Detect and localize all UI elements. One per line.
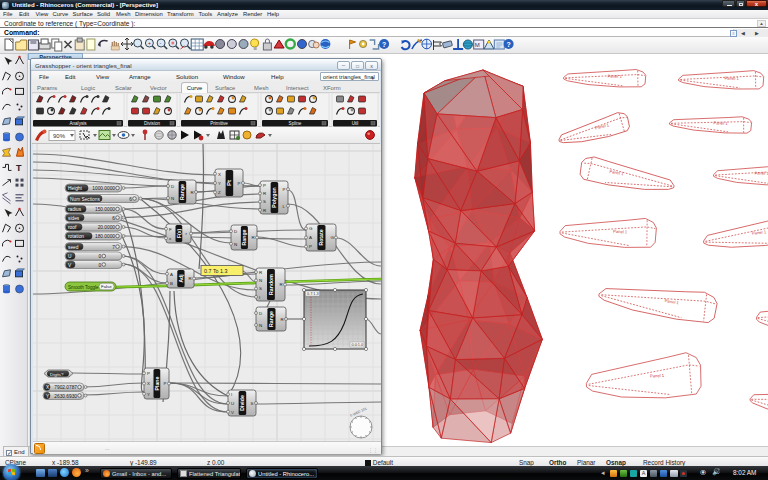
svg-text:A: A — [309, 235, 312, 240]
svg-text:Panel 1: Panel 1 — [713, 120, 728, 126]
svg-text:M: M — [475, 42, 480, 48]
svg-text:Division: Division — [144, 121, 161, 126]
svg-text:U: U — [231, 401, 234, 406]
svg-text:G: G — [331, 235, 335, 240]
svg-text:X: X — [147, 381, 150, 386]
svg-text:Rotate: Rotate — [318, 229, 324, 245]
svg-text:Range: Range — [268, 311, 274, 327]
svg-text:F(x): F(x) — [176, 229, 182, 239]
svg-text:Adj: Adj — [178, 274, 184, 283]
svg-text:False: False — [101, 284, 112, 289]
svg-text:Panel 1: Panel 1 — [752, 229, 767, 236]
svg-text:90%: 90% — [53, 133, 66, 139]
svg-text:Panel 1: Panel 1 — [724, 76, 739, 82]
svg-text:Smooth Toggle: Smooth Toggle — [68, 285, 99, 290]
svg-text:6: 6 — [112, 216, 115, 221]
svg-text:Spline: Spline — [289, 121, 302, 126]
svg-text:D: D — [234, 229, 237, 234]
svg-text:?: ? — [507, 41, 511, 48]
svg-text:P: P — [147, 371, 150, 376]
svg-text:S: S — [259, 286, 262, 291]
svg-text:2630.6930: 2630.6930 — [54, 394, 77, 399]
svg-text:N: N — [259, 323, 262, 328]
svg-text:P: P — [309, 244, 312, 249]
svg-text:B: B — [170, 281, 173, 286]
svg-text:Primitive: Primitive — [210, 121, 228, 126]
svg-text:R: R — [263, 208, 266, 213]
svg-text:Panel 1: Panel 1 — [650, 373, 665, 379]
svg-text:Panel 1: Panel 1 — [594, 122, 610, 130]
svg-text:Panel 1: Panel 1 — [754, 170, 768, 176]
svg-text:A: A — [170, 272, 173, 277]
svg-text:Panel 1: Panel 1 — [664, 298, 679, 305]
svg-text:N: N — [171, 196, 174, 201]
svg-text:7: 7 — [112, 245, 115, 250]
svg-text:F: F — [169, 227, 172, 232]
svg-text:0.0:1.0: 0.0:1.0 — [352, 343, 364, 347]
svg-text:R: R — [259, 270, 262, 275]
svg-text:Height: Height — [68, 186, 83, 191]
svg-text:Panel 1: Panel 1 — [608, 74, 623, 80]
svg-text:I: I — [259, 295, 260, 300]
svg-text:Polygon: Polygon — [271, 187, 277, 207]
svg-text:Range: Range — [241, 229, 247, 245]
svg-text:Util: Util — [352, 121, 359, 126]
svg-text:P: P — [238, 181, 241, 186]
svg-text:U: U — [68, 254, 72, 259]
svg-text:Analysis: Analysis — [69, 121, 87, 126]
svg-text:6: 6 — [129, 197, 132, 202]
svg-text:S: S — [263, 199, 266, 204]
svg-text:0: 0 — [99, 254, 102, 259]
svg-text:D: D — [259, 311, 262, 316]
svg-text:1000.0000: 1000.0000 — [92, 186, 115, 191]
svg-text:V: V — [231, 410, 234, 415]
svg-text:Num Sections: Num Sections — [70, 197, 100, 202]
svg-text:Y: Y — [218, 181, 221, 186]
svg-text:Panel 1: Panel 1 — [613, 229, 628, 235]
svg-text:?: ? — [382, 41, 386, 48]
svg-text:D: D — [171, 184, 174, 189]
svg-text:R: R — [280, 282, 283, 287]
svg-text:T: T — [16, 163, 22, 173]
svg-text:Digits?: Digits? — [50, 372, 64, 377]
svg-text:N: N — [259, 278, 262, 283]
svg-text:Divide: Divide — [239, 395, 245, 411]
svg-text:7902.0787: 7902.0787 — [54, 385, 77, 390]
svg-text:Pt: Pt — [226, 180, 232, 186]
svg-text:radius: radius — [68, 207, 82, 212]
svg-text:I: I — [231, 392, 232, 397]
svg-text:sides: sides — [68, 216, 80, 221]
svg-text:Random: Random — [268, 274, 274, 295]
svg-text:150.0000: 150.0000 — [95, 207, 115, 212]
svg-text:Y: Y — [147, 392, 150, 397]
svg-text:S: S — [251, 401, 254, 406]
svg-text:R: R — [281, 317, 284, 322]
svg-text:P: P — [283, 187, 286, 192]
svg-text:R: R — [191, 190, 194, 195]
svg-text:Range: Range — [179, 184, 185, 200]
svg-text:0.7:1.3: 0.7:1.3 — [307, 292, 319, 296]
svg-text:N: N — [234, 242, 237, 247]
svg-text:Z: Z — [218, 190, 221, 195]
svg-text:R: R — [189, 276, 192, 281]
svg-text:180.0000: 180.0000 — [95, 234, 115, 239]
svg-text:roof: roof — [68, 225, 77, 230]
svg-text:P: P — [263, 183, 266, 188]
svg-text:G: G — [309, 226, 313, 231]
svg-text:20.0000: 20.0000 — [98, 225, 116, 230]
svg-text:R: R — [252, 235, 255, 240]
svg-text:seed: seed — [68, 245, 79, 250]
svg-text:0.7 To 1.3: 0.7 To 1.3 — [204, 268, 228, 274]
svg-text:X: X — [218, 172, 221, 177]
svg-text:Panel 1: Panel 1 — [609, 169, 625, 177]
svg-text:R: R — [263, 191, 266, 196]
svg-text:+: + — [148, 40, 151, 46]
svg-text:P: P — [164, 381, 167, 386]
svg-text:rotation: rotation — [68, 234, 84, 239]
svg-text:0: 0 — [99, 263, 102, 268]
svg-text:Plane: Plane — [154, 376, 160, 390]
